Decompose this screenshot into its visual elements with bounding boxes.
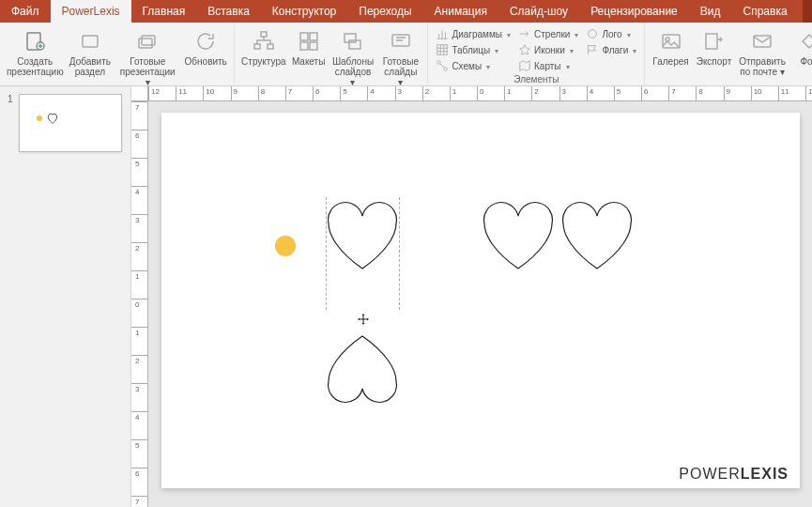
tab-home[interactable]: Главная: [131, 0, 197, 23]
canvas-area: 1211109876543210123456789101112 76543210…: [131, 86, 812, 507]
tables-button[interactable]: Таблицы: [434, 42, 513, 57]
section-icon: [79, 30, 101, 53]
flag-icon: [586, 43, 599, 56]
arrows-button[interactable]: Стрелки: [516, 26, 580, 41]
maps-button[interactable]: Карты: [516, 58, 580, 73]
ruler-tick: 11: [778, 86, 779, 100]
ruler-tick: 11: [176, 86, 176, 100]
star-icon: [518, 43, 531, 56]
image-icon: [660, 30, 682, 53]
ruler-tick: 12: [805, 86, 806, 100]
ruler-tick: 7: [285, 86, 286, 100]
ruler-tick: 1: [131, 327, 147, 328]
ruler-tick: 8: [258, 86, 259, 100]
slide-structure-button[interactable]: Структура: [240, 26, 287, 69]
tab-slideshow[interactable]: Слайд-шоу: [498, 0, 579, 23]
heart-shape-1[interactable]: [329, 203, 397, 269]
svg-point-19: [589, 30, 597, 38]
tab-view[interactable]: Вид: [689, 0, 732, 23]
send-mail-button[interactable]: Отправить по почте ▾: [737, 26, 788, 79]
svg-rect-8: [268, 44, 273, 49]
tab-design[interactable]: Конструктор: [261, 0, 347, 23]
tab-transitions[interactable]: Переходы: [347, 0, 422, 23]
heart-shape-2-selected[interactable]: [329, 336, 397, 402]
ready-slides-button[interactable]: Готовые слайды ▾: [379, 26, 421, 86]
ruler-tick: 3: [559, 86, 560, 100]
ruler-tick: 7: [131, 496, 147, 497]
ruler-corner: [131, 86, 148, 101]
tab-animation[interactable]: Анимация: [423, 0, 498, 23]
ruler-tick: 3: [131, 383, 147, 384]
export-icon: [702, 30, 725, 53]
heart-shape-3[interactable]: [484, 203, 553, 269]
tab-review[interactable]: Рецензирование: [579, 0, 689, 23]
group-misc: Галерея Экспорт Отправить по почте ▾ Фон…: [645, 23, 812, 85]
ruler-tick: 2: [422, 86, 423, 100]
ruler-tick: 10: [203, 86, 204, 100]
svg-point-33: [37, 115, 42, 121]
ruler-horizontal[interactable]: 1211109876543210123456789101112: [148, 86, 812, 101]
ruler-vertical[interactable]: 765432101234567: [131, 101, 148, 507]
svg-rect-4: [139, 38, 152, 48]
tab-file[interactable]: Файл: [0, 0, 51, 23]
layouts-button[interactable]: Макеты: [291, 26, 327, 69]
slide-canvas[interactable]: POWERLEXIS: [161, 113, 800, 488]
chart-icon: [436, 27, 449, 40]
tab-format[interactable]: Формат: [803, 0, 812, 23]
tab-insert[interactable]: Вставка: [196, 0, 261, 23]
map-icon: [518, 59, 531, 72]
icons-button[interactable]: Иконки: [516, 42, 580, 57]
ruler-tick: 6: [131, 130, 147, 131]
slide-shapes: [161, 113, 800, 488]
ruler-tick: 9: [724, 86, 725, 100]
svg-point-18: [444, 68, 448, 71]
slide-thumbnail-1[interactable]: [19, 94, 122, 152]
ruler-tick: 12: [148, 86, 149, 100]
thumbnail-panel[interactable]: 1: [0, 86, 131, 507]
add-section-button[interactable]: Добавить раздел: [69, 26, 113, 79]
ruler-tick: 1: [450, 86, 451, 100]
ruler-tick: 7: [131, 101, 147, 102]
ruler-tick: 9: [231, 86, 232, 100]
ruler-tick: 2: [531, 86, 532, 100]
ruler-tick: 1: [504, 86, 505, 100]
svg-rect-12: [310, 42, 317, 50]
yellow-dot-shape[interactable]: [275, 236, 296, 256]
ruler-tick: 5: [614, 86, 615, 100]
export-button[interactable]: Экспорт: [695, 26, 734, 69]
svg-rect-11: [300, 42, 308, 50]
thumb-number: 1: [8, 94, 13, 152]
refresh-button[interactable]: Обновить: [183, 26, 228, 69]
svg-rect-10: [310, 33, 317, 40]
tab-powerlexis[interactable]: PowerLexis: [51, 0, 131, 23]
diagrams-button[interactable]: Диаграммы: [434, 26, 513, 41]
watermark: POWERLEXIS: [679, 466, 789, 483]
workspace: 1 1211109876543210123456789101112 765432…: [0, 86, 812, 507]
schemes-button[interactable]: Схемы: [434, 58, 513, 73]
thumb-dot-icon: [37, 115, 42, 121]
templates-button[interactable]: Шаблоны слайдов ▾: [330, 26, 376, 86]
ruler-tick: 0: [477, 86, 478, 100]
ribbon: Создать презентацию Добавить раздел Гото…: [0, 23, 812, 86]
background-button[interactable]: Фон: [791, 26, 812, 69]
gallery-button[interactable]: Галерея: [651, 26, 690, 69]
thumb-heart-icon: [46, 112, 59, 125]
grid-icon: [298, 30, 320, 53]
ruler-tick: 6: [313, 86, 314, 100]
create-presentation-button[interactable]: Создать презентацию: [6, 26, 65, 79]
ruler-tick: 2: [131, 355, 147, 356]
tab-help[interactable]: Справка: [732, 0, 799, 23]
ready-presentations-button[interactable]: Готовые презентации ▾: [115, 26, 179, 86]
ruler-tick: 4: [367, 86, 368, 100]
mail-icon: [751, 30, 774, 53]
heart-shape-4[interactable]: [563, 203, 632, 269]
tab-strip: Файл PowerLexis Главная Вставка Конструк…: [0, 0, 812, 23]
ruler-tick: 3: [131, 214, 147, 215]
move-cursor-icon: [357, 313, 370, 326]
svg-point-17: [437, 61, 441, 65]
hierarchy-icon: [253, 30, 275, 53]
logo-button[interactable]: Лого: [584, 26, 638, 41]
flags-button[interactable]: Флаги: [584, 42, 638, 57]
svg-rect-3: [83, 36, 98, 47]
group-structure: Создать презентацию Добавить раздел Гото…: [0, 23, 235, 85]
